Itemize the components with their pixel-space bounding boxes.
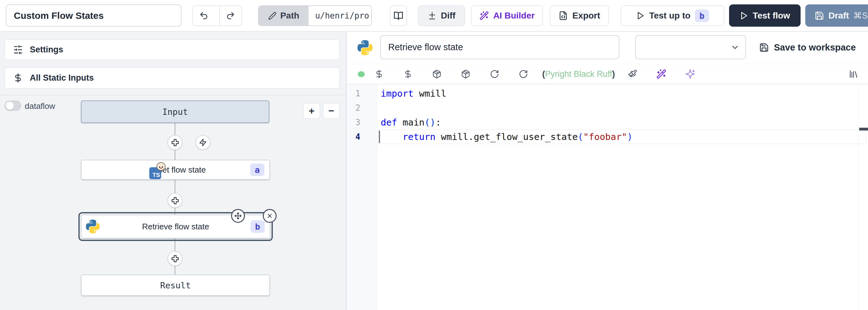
play-icon	[636, 11, 645, 20]
docs-button[interactable]	[390, 5, 407, 26]
step-id-badge: b	[251, 220, 265, 233]
undo-icon	[199, 11, 209, 20]
editor-toolbar: (Pyright Black Ruff)	[346, 64, 868, 84]
wand-sparkles-icon	[479, 11, 489, 20]
text-cursor	[379, 131, 380, 143]
close-icon	[266, 213, 273, 219]
diff-label: Diff	[441, 11, 456, 21]
undo-redo-group	[192, 5, 242, 26]
resources-button[interactable]	[394, 69, 423, 79]
diff-icon	[428, 11, 436, 20]
ai-fix-button[interactable]	[647, 69, 676, 79]
graph-zoom-in-button[interactable]: +	[303, 103, 320, 119]
draft-shortcut: ⌘S	[853, 11, 868, 21]
insert-step-button[interactable]	[167, 193, 183, 208]
export-label: Export	[572, 11, 600, 21]
package-lock-button[interactable]	[451, 69, 480, 79]
insert-step-button[interactable]	[167, 135, 183, 150]
book-open-icon	[394, 11, 403, 21]
draft-button[interactable]: Draft ⌘S	[805, 4, 868, 27]
flow-editor-app: Path u/henri/pro Diff AI Builder	[0, 0, 868, 310]
ai-sparkles-button[interactable]	[676, 69, 705, 79]
step-editor-panel: Save to workspace	[346, 32, 868, 310]
redo-icon	[226, 11, 235, 20]
save-icon	[815, 11, 824, 20]
pencil-icon	[268, 11, 277, 20]
diff-button[interactable]: Diff	[418, 5, 465, 26]
flow-name-input[interactable]	[6, 4, 182, 27]
editor-gutter: 1234	[346, 84, 378, 310]
current-line-highlight	[378, 130, 866, 144]
ai-builder-button[interactable]: AI Builder	[471, 5, 543, 26]
dataflow-label: dataflow	[25, 101, 55, 111]
library-button[interactable]	[848, 69, 859, 79]
code-assistants-label: (Pyright Black Ruff)	[542, 69, 615, 79]
dollar-icon	[13, 73, 23, 83]
line-number: 2	[346, 101, 378, 115]
plus-icon	[171, 254, 179, 263]
code-line[interactable]: def main():	[378, 115, 868, 130]
reload-assistants-button[interactable]	[509, 69, 538, 79]
lsp-status-dot	[358, 71, 365, 77]
flow-left-panel: Settings All Static Inputs dataflow + − …	[0, 32, 346, 310]
plus-icon	[171, 196, 179, 205]
settings-row[interactable]: Settings	[4, 39, 340, 60]
draft-label: Draft	[829, 11, 849, 21]
flow-graph: dataflow + − Input TS Set f	[0, 95, 346, 310]
play-icon	[739, 11, 748, 20]
path-label: Path	[280, 11, 300, 21]
path-value[interactable]: u/henri/pro	[313, 6, 371, 25]
delete-step-button[interactable]	[263, 209, 277, 223]
insert-step-button[interactable]	[167, 251, 183, 266]
toggle-knob	[6, 102, 14, 110]
overview-ruler[interactable]	[858, 84, 858, 310]
all-static-inputs-row[interactable]: All Static Inputs	[4, 67, 340, 89]
move-step-button[interactable]	[231, 209, 245, 223]
path-group: Path u/henri/pro	[258, 5, 372, 26]
save-to-workspace-button[interactable]: Save to workspace	[757, 39, 858, 56]
reload-button[interactable]	[480, 69, 509, 79]
edit-path-button[interactable]: Path	[259, 6, 309, 25]
editor-code[interactable]: import wmilldef main(): return wmill.get…	[378, 84, 868, 310]
python-icon	[86, 220, 100, 233]
main-area: Settings All Static Inputs dataflow + − …	[0, 32, 868, 310]
move-icon	[234, 212, 242, 220]
python-icon	[358, 40, 373, 55]
redo-button[interactable]	[219, 6, 242, 25]
ai-builder-label: AI Builder	[493, 11, 535, 21]
code-line[interactable]: import wmill	[378, 86, 868, 101]
chevron-down-icon	[730, 43, 740, 52]
flow-node-input[interactable]: Input	[81, 101, 269, 123]
typescript-bun-icon: TS	[149, 167, 161, 179]
bun-icon	[156, 162, 165, 171]
package-button[interactable]	[423, 69, 451, 79]
trigger-button[interactable]	[195, 135, 210, 150]
all-static-inputs-label: All Static Inputs	[30, 73, 94, 83]
graph-zoom-out-button[interactable]: −	[323, 103, 340, 119]
flow-node-set-flow-state[interactable]: TS Set flow state a	[81, 160, 270, 180]
test-up-to-button[interactable]: Test up to b	[621, 5, 724, 26]
step-name-input[interactable]	[380, 35, 619, 59]
save-to-workspace-label: Save to workspace	[774, 43, 856, 53]
dataflow-toggle[interactable]	[4, 101, 21, 111]
code-line[interactable]	[378, 101, 868, 115]
test-flow-label: Test flow	[753, 11, 790, 21]
line-number: 3	[346, 115, 378, 130]
script-version-dropdown[interactable]	[635, 35, 746, 59]
step-id-badge: a	[250, 164, 265, 176]
test-up-to-step-badge: b	[695, 9, 709, 22]
zap-icon	[199, 138, 207, 146]
variables-button[interactable]	[365, 69, 394, 79]
test-flow-button[interactable]: Test flow	[729, 4, 801, 27]
flow-node-result[interactable]: Result	[81, 275, 270, 296]
format-button[interactable]	[618, 69, 647, 79]
code-editor: 1234 import wmilldef main(): return wmil…	[346, 84, 868, 310]
undo-button[interactable]	[193, 6, 215, 25]
line-number: 1	[346, 86, 378, 101]
plus-icon	[171, 138, 179, 147]
export-button[interactable]: Export	[550, 5, 609, 26]
settings-label: Settings	[30, 45, 63, 55]
save-icon	[759, 43, 769, 52]
line-number: 4	[346, 130, 378, 144]
file-json-icon	[558, 11, 568, 20]
